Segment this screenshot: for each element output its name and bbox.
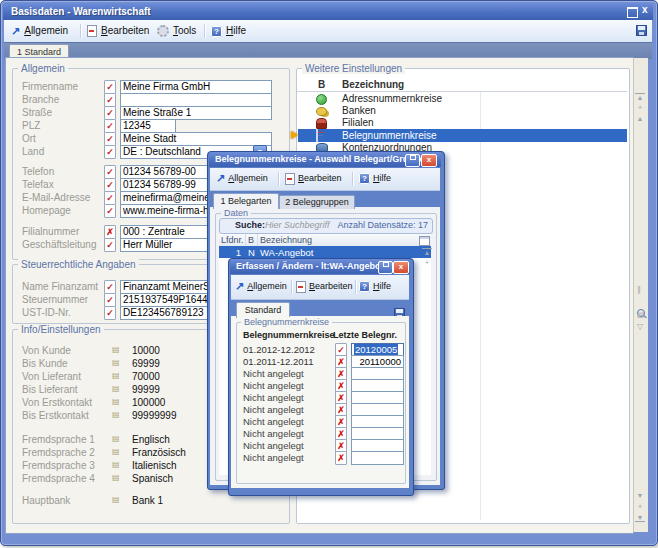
belegnr-input[interactable]	[351, 451, 404, 465]
dialog1-close-icon[interactable]: x	[421, 154, 437, 167]
sheet-icon: ▤	[112, 474, 120, 482]
doc-check-icon[interactable]: ✓	[104, 280, 116, 294]
clip-icon[interactable]: ∥	[637, 286, 641, 294]
fremdsprache4-value: Spanisch	[132, 473, 173, 484]
fremdsprache2-value: Französisch	[132, 447, 186, 458]
doc-check-icon[interactable]: ✓	[104, 191, 116, 205]
doc-check-icon[interactable]: ✓	[104, 165, 116, 179]
list-move-up-icon[interactable]: +	[422, 259, 432, 266]
dialog1-menu-bearbeiten[interactable]: Bearbeiten	[285, 172, 342, 185]
globe-icon	[316, 94, 327, 105]
geschaeftsleitung-input[interactable]: Herr Müller	[120, 238, 214, 252]
tree-row-adressnummernkreise[interactable]: Adressnummernkreise	[298, 93, 627, 105]
move-bottom-icon[interactable]: ▼	[635, 514, 645, 522]
doc-check-icon[interactable]: ✓	[104, 93, 116, 107]
ort-input[interactable]: Meine Stadt	[120, 132, 272, 146]
dialog1-menu-allgemein-label: Allgemein	[228, 172, 268, 185]
move-down-icon[interactable]: +	[635, 503, 645, 510]
tree-row-belegnummernkreise[interactable]: Belegnummernkreise	[298, 129, 627, 142]
scroll-up-icon[interactable]: ▲	[635, 115, 645, 122]
dialog1-menu-hilfe[interactable]: ? Hilfe	[359, 172, 391, 185]
field-label: Fremdsprache 1	[22, 434, 95, 445]
dialog2-tab-standard[interactable]: Standard	[236, 302, 290, 318]
menu-bearbeiten[interactable]: Bearbeiten	[87, 24, 149, 38]
list-move-top-icon[interactable]: ▲	[422, 248, 432, 256]
field-label: E-Mail-Adresse	[22, 192, 90, 203]
dialog2-menu-hilfe[interactable]: ? Hilfe	[359, 280, 391, 293]
tree-row-banken[interactable]: Banken	[298, 105, 627, 117]
group-info-legend: Info/Einstellungen	[18, 324, 104, 335]
help-icon: ?	[211, 26, 222, 37]
dialog2-menu-bearbeiten[interactable]: Bearbeiten	[296, 280, 353, 293]
dialog1-menu-allgemein[interactable]: ↗ Allgemein	[216, 172, 268, 185]
dialog2-menu-allgemein[interactable]: ↗ Allgemein	[235, 280, 287, 293]
dialog2-restore-icon[interactable]	[378, 261, 393, 274]
tree-col-bezeichnung[interactable]: Bezeichnung	[342, 79, 404, 90]
col-lfdnr[interactable]: Lfdnr.	[221, 235, 244, 245]
belegnummernkreise-group-legend: Belegnummernkreise	[241, 317, 332, 328]
field-label: Homepage	[22, 205, 71, 216]
tree-row-filialen[interactable]: Filialen	[298, 117, 627, 129]
col-bezeichnung[interactable]: Bezeichnung	[260, 235, 312, 245]
menu-hilfe-label: Hilfe	[226, 24, 246, 38]
doc-check-icon[interactable]: ✓	[104, 106, 116, 120]
sheet-side-icon[interactable]: ▤	[637, 311, 645, 319]
collapse-side-icon[interactable]: ▽	[637, 323, 643, 331]
dialog1-tab-beleggruppen[interactable]: 2 Beleggruppen	[279, 195, 355, 209]
doc-check-icon[interactable]: ✓	[104, 80, 116, 94]
toolbar-separator	[278, 172, 280, 186]
doc-check-icon[interactable]: ✓	[104, 306, 116, 320]
doc-check-icon[interactable]: ✓	[104, 145, 116, 159]
menu-allgemein-label: Allgemein	[24, 24, 68, 38]
col-letzte-belegnr: Letzte Belegnr.	[333, 330, 397, 340]
column-chooser-icon[interactable]	[419, 236, 430, 246]
edit-document-icon	[285, 173, 295, 185]
close-icon[interactable]: x	[642, 4, 648, 15]
branche-input[interactable]	[120, 93, 272, 107]
doc-cross-icon[interactable]: ✗	[104, 225, 116, 239]
col-belegnummernkreise: Belegnummernkreise	[243, 330, 335, 340]
strasse-input[interactable]: Meine Straße 1	[120, 106, 272, 120]
dialog1-restore-icon[interactable]	[405, 154, 420, 167]
cell-lfdnr: 1	[233, 247, 241, 258]
telefax-input[interactable]: 01234 56789-99	[120, 178, 214, 192]
dialog2-menu-allgemein-label: Allgemein	[247, 280, 287, 293]
doc-check-icon[interactable]: ✓	[104, 204, 116, 218]
menu-hilfe[interactable]: ? Hilfe	[211, 24, 246, 38]
field-label: Von Erstkontakt	[22, 397, 92, 408]
save-icon[interactable]	[636, 25, 647, 36]
field-label: Filialnummer	[22, 226, 79, 237]
restore-icon[interactable]	[627, 7, 638, 18]
doc-check-icon[interactable]: ✓	[104, 119, 116, 133]
field-label: Branche	[22, 94, 59, 105]
field-label: Bis Erstkontakt	[22, 410, 89, 421]
move-top-icon[interactable]: ▲	[635, 93, 645, 101]
window-titlebar[interactable]: Basisdaten - Warenwirtschaft	[3, 3, 653, 20]
menu-allgemein[interactable]: ↗ Allgemein	[11, 24, 68, 38]
bis-erstkontakt-value: 99999999	[132, 410, 177, 421]
filialnummer-input[interactable]: 000 : Zentrale	[120, 225, 214, 239]
doc-cross-icon[interactable]: ✗	[335, 451, 347, 465]
dialog2-close-icon[interactable]: x	[393, 261, 409, 274]
menu-tools[interactable]: Tools	[157, 24, 196, 38]
field-label: Bis Lieferant	[22, 384, 78, 395]
help-icon: ?	[359, 281, 370, 292]
selected-text: 20120005	[354, 344, 398, 355]
edit-document-icon	[296, 281, 306, 293]
scroll-down-icon[interactable]: ▼	[635, 492, 645, 499]
dialog1-tab-belegarten[interactable]: 1 Belegarten	[213, 193, 279, 209]
move-up-icon[interactable]: +	[635, 104, 645, 111]
doc-check-icon[interactable]: ✓	[104, 178, 116, 192]
doc-check-icon[interactable]: ✓	[104, 238, 116, 252]
tree-col-b[interactable]: B	[318, 79, 325, 90]
telefon-input[interactable]: 01234 56789-00	[120, 165, 214, 179]
dialog1-menu-bearbeiten-label: Bearbeiten	[298, 172, 342, 185]
table-row-selected[interactable]: 1 N WA-Angebot	[219, 246, 431, 258]
doc-check-icon[interactable]: ✓	[104, 293, 116, 307]
plz-input[interactable]: 12345	[120, 119, 176, 133]
doc-check-icon[interactable]: ✓	[104, 132, 116, 146]
col-b[interactable]: B	[248, 235, 254, 245]
field-label: Steuernummer	[22, 294, 88, 305]
toolbar-separator	[80, 24, 82, 38]
firmenname-input[interactable]: Meine Firma GmbH	[120, 80, 272, 94]
